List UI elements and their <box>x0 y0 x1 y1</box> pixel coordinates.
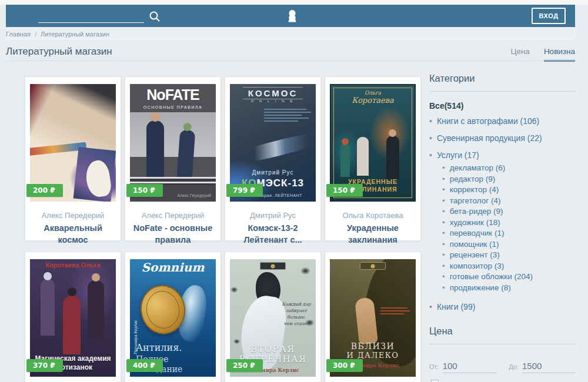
book-cover: Ольга Коротаева УКРАДЕННЫЕ ЗАКЛИНАНИЯ 15… <box>330 84 416 202</box>
bullet-icon: • <box>442 175 445 183</box>
category-link[interactable]: Книги (99) <box>437 302 475 311</box>
category-link[interactable]: Книги с автографами (106) <box>437 116 539 126</box>
price-badge: 200 ₽ <box>26 184 63 197</box>
bullet-icon: • <box>429 302 432 311</box>
product-title: Комэск-13-2 Лейтенант с... <box>230 223 316 246</box>
price-to-input[interactable] <box>522 361 575 373</box>
cover-title-text: ВТОРАЯ <box>230 344 316 354</box>
bullet-icon: • <box>429 150 432 160</box>
book-cover: NoFATE ОСНОВНЫЕ ПРАВИЛА Алекс Передерий … <box>130 84 216 202</box>
category-item: •Услуги (17) •декламатор (6) •редактор (… <box>429 150 575 292</box>
subcategory-link[interactable]: таргетолог (4) <box>450 196 501 205</box>
subcategory-link[interactable]: рецензент (3) <box>450 250 500 259</box>
bullet-icon: • <box>442 262 445 270</box>
categories-heading: Категории <box>429 73 575 92</box>
product-title: Акварельный космос <box>30 223 116 246</box>
bullet-icon: • <box>442 163 445 172</box>
series-emblem <box>260 262 286 270</box>
product-card[interactable]: NoFATE ОСНОВНЫЕ ПРАВИЛА Алекс Передерий … <box>125 76 221 241</box>
subcategory-item: •готовые обложки (204) <box>442 272 575 281</box>
cover-figure <box>357 137 369 176</box>
product-author: Алекс Передерий <box>130 211 216 220</box>
cover-figure <box>386 136 399 179</box>
cover-author-text: Дмитрий Рус <box>230 169 316 176</box>
price-badge: 300 ₽ <box>326 359 363 372</box>
product-author: Ольга Коротаева <box>330 211 416 220</box>
subcategory-item: •переводчик (1) <box>442 229 575 237</box>
product-card[interactable]: Ольга Коротаева УКРАДЕННЫЕ ЗАКЛИНАНИЯ 15… <box>325 76 421 241</box>
product-card[interactable]: Somnium Пальмира Керлис Антилия. Полное … <box>125 252 221 382</box>
cover-title-text: И ДАЛЕКО <box>330 351 416 360</box>
cover-quote-text: Каждый дарзабирает больше,чем отдает <box>279 301 313 327</box>
product-title: Украденные заклинания <box>330 223 416 246</box>
subcategory-link[interactable]: бета-ридер (9) <box>450 207 503 216</box>
cover-figure <box>41 279 55 336</box>
page-title: Литературный магазин <box>6 46 112 58</box>
sort-by-newness[interactable]: Новизна <box>544 47 575 62</box>
subcategory-link[interactable]: готовые обложки (204) <box>450 272 533 281</box>
series-emblem <box>360 262 386 270</box>
subcategory-item: •редактор (9) <box>442 175 575 183</box>
filter-checkbox-partial[interactable] <box>431 380 439 382</box>
subcategory-item: •помощник (1) <box>442 240 575 249</box>
product-card[interactable]: 200 ₽ Алекс Передерий Акварельный космос <box>25 76 121 241</box>
search-input[interactable] <box>38 10 144 23</box>
subcategory-link[interactable]: художник (18) <box>450 218 500 227</box>
subcategory-item: •продвижение (8) <box>442 283 575 292</box>
cover-series-text: КОСМОС <box>243 87 303 99</box>
product-card[interactable]: ВБЛИЗИ И ДАЛЕКО Пальмира Керлис 300 ₽ <box>325 252 421 382</box>
breadcrumb-home-link[interactable]: Главная <box>6 31 31 38</box>
subcategory-link[interactable]: продвижение (8) <box>450 283 511 292</box>
cover-decoration <box>264 109 311 123</box>
bullet-icon: • <box>442 185 445 194</box>
search-icon[interactable] <box>149 11 161 22</box>
subcategory-link[interactable]: переводчик (1) <box>450 229 505 237</box>
sort-by-price[interactable]: Цена <box>510 47 529 62</box>
product-card[interactable]: Каждый дарзабирает больше,чем отдает ВТО… <box>225 252 321 382</box>
bullet-icon: • <box>429 133 432 143</box>
price-from-label: От: <box>429 363 439 370</box>
cover-title-text: ВБЛИЗИ <box>330 341 416 351</box>
cover-figure <box>63 296 81 354</box>
product-card[interactable]: КОСМОС O N L I N E Дмитрий Рус КОМЭСК-13… <box>225 76 321 241</box>
subcategory-link[interactable]: помощник (1) <box>450 240 499 249</box>
cover-decoration <box>130 112 216 157</box>
subcategory-link[interactable]: корректор (4) <box>450 185 499 194</box>
category-all[interactable]: Все(514) <box>429 101 575 110</box>
subcategory-link[interactable]: редактор (9) <box>450 175 495 183</box>
search-box <box>38 10 161 23</box>
bullet-icon: • <box>442 218 445 227</box>
cover-author-text: Коротаева <box>331 96 415 105</box>
filters-sidebar: Категории Все(514) •Книги с автографами … <box>429 73 575 382</box>
price-to-group: До: <box>509 361 575 373</box>
cover-brand-text: Somnium <box>130 260 216 274</box>
login-button[interactable]: ВХОД <box>532 8 566 24</box>
product-card[interactable]: Коротаева Ольга Магическая академия курт… <box>25 252 121 382</box>
cover-title-text: NoFATE <box>130 86 216 103</box>
price-badge: 150 ₽ <box>126 184 163 197</box>
price-from-input[interactable] <box>443 361 497 373</box>
price-to-label: До: <box>509 363 519 370</box>
book-cover: Каждый дарзабирает больше,чем отдает ВТО… <box>230 259 316 377</box>
bullet-icon: • <box>442 207 445 216</box>
cover-figure <box>88 280 104 339</box>
profile-silhouette-logo[interactable] <box>286 9 299 25</box>
cover-author-text: Ольга <box>331 90 415 96</box>
product-grid: 200 ₽ Алекс Передерий Акварельный космос… <box>25 76 422 382</box>
subcategory-link[interactable]: декламатор (6) <box>450 163 506 172</box>
book-cover: Somnium Пальмира Керлис Антилия. Полное … <box>130 259 216 377</box>
cover-series-subtext: O N L I N E <box>230 99 316 103</box>
subcategory-item: •композитор (3) <box>442 262 575 270</box>
book-cover: Коротаева Ольга Магическая академия курт… <box>30 259 116 377</box>
category-link[interactable]: Сувенирная продукция (22) <box>437 133 542 143</box>
sort-options: Цена Новизна <box>510 47 575 62</box>
bullet-icon: • <box>442 283 445 292</box>
subcategory-link[interactable]: композитор (3) <box>450 262 505 270</box>
price-badge: 370 ₽ <box>26 359 63 372</box>
bullet-icon: • <box>429 116 432 126</box>
category-link[interactable]: Услуги (17) <box>437 150 479 160</box>
breadcrumb-separator: / <box>35 31 36 38</box>
cover-decoration <box>380 307 411 316</box>
price-badge: 150 ₽ <box>326 184 363 197</box>
bullet-icon: • <box>442 229 445 237</box>
